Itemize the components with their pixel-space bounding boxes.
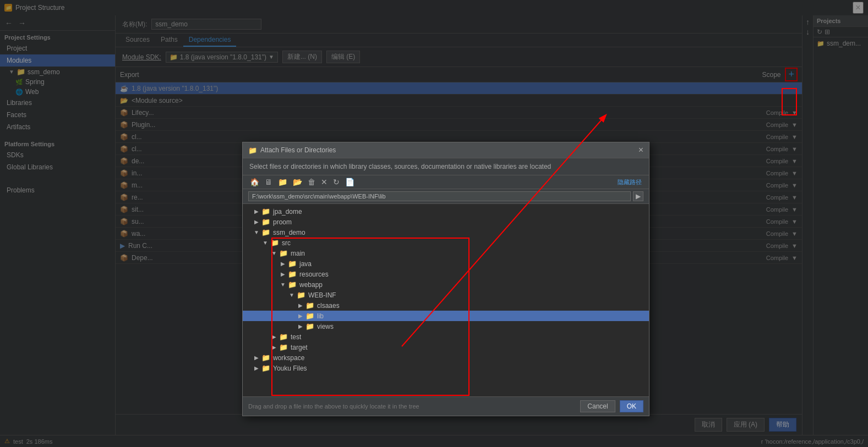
spring-icon: 🌿 [15, 79, 23, 86]
sidebar-item-problems[interactable]: Problems [0, 184, 115, 196]
chevron-down-icon[interactable]: ▼ [791, 206, 798, 213]
add-dep-button[interactable]: + [785, 68, 798, 81]
tab-dependencies[interactable]: Dependencies [183, 34, 237, 47]
sidebar-item-project[interactable]: Project [0, 42, 115, 54]
modal-close2-button[interactable]: ✕ [319, 178, 329, 186]
modal-cancel-button[interactable]: Cancel [580, 400, 615, 412]
tab-sources[interactable]: Sources [120, 34, 155, 47]
dep-su-scope: Compile [766, 218, 788, 225]
chevron-down-icon[interactable]: ▼ [791, 170, 798, 176]
tree-node-test[interactable]: ▶ 📁 test [243, 332, 649, 342]
dep-row-module-source[interactable]: 📂 <Module source> [116, 95, 802, 107]
chevron-down-icon[interactable]: ▼ [791, 255, 798, 261]
tree-node-views[interactable]: ▶ 📁 views [243, 321, 649, 332]
tree-node-label: jpa_dome [273, 208, 302, 216]
module-tree-web[interactable]: 🌐 Web [0, 87, 115, 97]
modal-path-input[interactable]: F:\work\ssm_demo\src\main\webapp\WEB-INF… [248, 191, 631, 201]
tree-node-label: proom [273, 218, 292, 226]
tree-node-lib[interactable]: ▶ 📁 lib [243, 311, 649, 321]
chevron-down-icon[interactable]: ▼ [791, 158, 798, 164]
folder-icon: 📁 [17, 68, 25, 76]
refresh-button[interactable]: ↻ [331, 178, 341, 186]
chevron-down-icon[interactable]: ▼ [791, 122, 798, 128]
show-hidden-button[interactable]: 📄 [343, 178, 356, 186]
tree-node-resources[interactable]: ▶ 📁 resources [243, 269, 649, 279]
chevron-down-icon[interactable]: ▼ [791, 134, 798, 140]
chevron-down-icon[interactable]: ▼ [791, 194, 798, 201]
tree-expand-icon: ▶ [253, 208, 260, 214]
hide-path-button[interactable]: 隐藏路径 [616, 178, 643, 186]
sidebar-item-modules[interactable]: Modules [0, 54, 115, 67]
cancel-button[interactable]: 取消 [695, 418, 722, 432]
sidebar-item-global-libraries[interactable]: Global Libraries [0, 161, 115, 173]
sidebar-item-sdks[interactable]: SDKs [0, 149, 115, 161]
edit-sdk-button[interactable]: 编辑 (E) [326, 51, 360, 63]
dep-row-lifecycle[interactable]: 📦 Lifecy... Compile ▼ [116, 107, 802, 119]
tree-node-label: views [317, 323, 334, 330]
tree-node-label: ssm_demo [273, 229, 305, 236]
projects-panel-header: Projects [814, 15, 868, 27]
tree-node-youku[interactable]: ▶ 📁 Youku Files [243, 363, 649, 373]
project-folder-icon: 📁 [817, 40, 825, 47]
tree-node-java[interactable]: ▶ 📁 java [243, 258, 649, 269]
dep-row-cl1[interactable]: 📦 cl... Compile ▼ [116, 131, 802, 143]
tree-node-jpa_dome[interactable]: ▶ 📁 jpa_dome [243, 206, 649, 217]
status-warning-icon: ⚠ [4, 438, 10, 445]
forward-button[interactable]: → [17, 19, 28, 27]
chevron-down-icon[interactable]: ▼ [791, 182, 798, 189]
dep-depe-icon: 📦 [120, 254, 128, 262]
delete-button[interactable]: 🗑 [306, 178, 317, 186]
apply-button[interactable]: 应用 (A) [727, 418, 765, 432]
dep-su-icon: 📦 [120, 218, 128, 225]
chevron-down-icon[interactable]: ▼ [791, 146, 798, 152]
platform-settings-header: Platform Settings [0, 137, 115, 149]
chevron-down-icon[interactable]: ▼ [791, 109, 798, 116]
dep-row-plugin[interactable]: 📦 Plugin... Compile ▼ [116, 119, 802, 131]
module-tree-spring[interactable]: 🌿 Spring [0, 77, 115, 87]
sdk-select[interactable]: 📁 1.8 (java version "1.8.0_131") ▼ [166, 52, 278, 63]
help-button[interactable]: 帮助 [769, 418, 796, 432]
module-tree-root[interactable]: ▼ 📁 ssm_demo [0, 67, 115, 77]
chevron-down-icon[interactable]: ▼ [791, 218, 798, 225]
tree-node-webapp[interactable]: ▼ 📁 webapp [243, 279, 649, 290]
chevron-down-icon[interactable]: ▼ [791, 242, 798, 249]
tree-expand-icon: ▼ [279, 282, 287, 288]
tree-node-webinf[interactable]: ▼ 📁 WEB-INF [243, 290, 649, 300]
modal-close-button[interactable]: × [638, 145, 643, 155]
home-button[interactable]: 🏠 [248, 178, 261, 186]
new-folder-button[interactable]: 📁 [276, 178, 289, 186]
tree-node-label: WEB-INF [308, 291, 336, 299]
folder-up-button[interactable]: 📂 [291, 178, 304, 186]
tree-node-clsaaes[interactable]: ▶ 📁 clsaaes [243, 300, 649, 311]
refresh-projects-button[interactable]: ↻ [817, 28, 822, 36]
project-item-ssm[interactable]: 📁 ssm_dem... [814, 38, 868, 48]
back-button[interactable]: ← [3, 19, 14, 27]
tree-node-src[interactable]: ▼ 📁 src [243, 238, 649, 248]
move-down-button[interactable]: ↓ [806, 27, 810, 36]
modal-path-go-button[interactable]: ▶ [633, 191, 643, 201]
dep-row-jdk[interactable]: ☕ 1.8 (java version "1.8.0_131") [116, 82, 802, 95]
tree-node-target[interactable]: ▶ 📁 target [243, 342, 649, 352]
tab-paths[interactable]: Paths [155, 34, 183, 47]
dep-in-icon: 📦 [120, 169, 128, 177]
sidebar-item-libraries[interactable]: Libraries [0, 97, 115, 109]
tree-node-workspace[interactable]: ▶ 📁 workspace [243, 352, 649, 363]
move-up-button[interactable]: ↑ [806, 18, 810, 26]
close-button[interactable]: × [853, 2, 864, 14]
tree-node-ssm_demo[interactable]: ▼ 📁 ssm_demo [243, 227, 649, 238]
tree-node-main[interactable]: ▼ 📁 main [243, 248, 649, 258]
chevron-down-icon[interactable]: ▼ [791, 230, 798, 237]
sidebar-item-artifacts[interactable]: Artifacts [0, 121, 115, 133]
scope-label: Scope [762, 71, 780, 79]
dep-m-scope: Compile [766, 182, 788, 189]
desktop-button[interactable]: 🖥 [263, 178, 274, 186]
sidebar-item-facets[interactable]: Facets [0, 109, 115, 121]
module-name-input[interactable]: ssm_demo [151, 19, 261, 30]
expand-all-button[interactable]: ⊞ [825, 28, 830, 36]
sidebar-toolbar: ← → [0, 15, 115, 31]
tree-expand-icon: ▶ [279, 261, 287, 267]
tree-node-proom[interactable]: ▶ 📁 proom [243, 217, 649, 227]
tree-node-label: workspace [273, 354, 304, 362]
modal-ok-button[interactable]: OK [620, 400, 643, 412]
new-sdk-button[interactable]: 新建... (N) [282, 51, 322, 63]
